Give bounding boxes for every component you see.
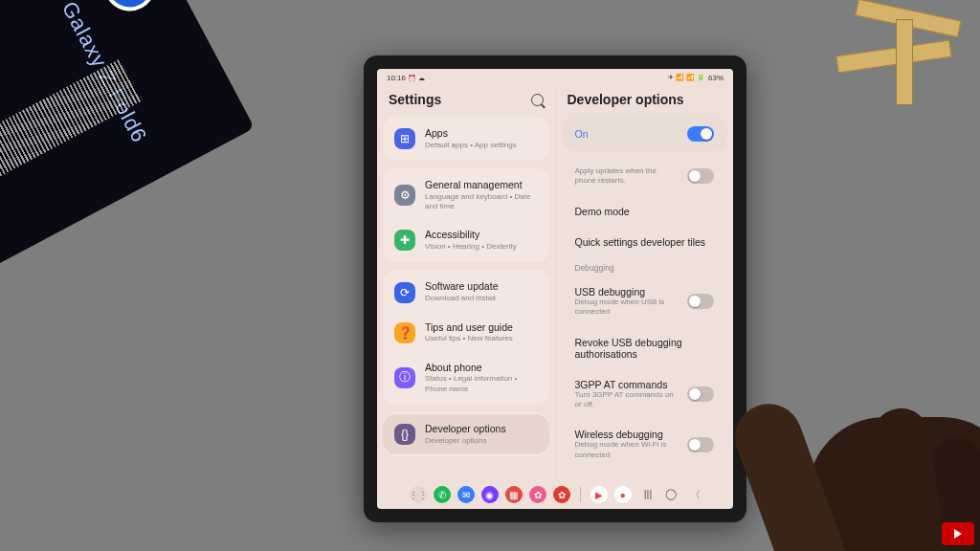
- nav-recents[interactable]: |||: [644, 488, 653, 502]
- device-screen: 10:16 ⏰ ☁ ✈ 📶 📶 🔋 63% Settings ⊞AppsDefa…: [377, 69, 733, 509]
- dev-quick-tiles-title: Quick settings developer tiles: [575, 236, 715, 248]
- nav-home[interactable]: ◯: [665, 488, 677, 502]
- developer-options-pane: Developer options On Apply updates when …: [556, 86, 734, 480]
- settings-item-accessibility[interactable]: ✚AccessibilityVision • Hearing • Dexteri…: [383, 220, 549, 260]
- settings-scroll[interactable]: ⊞AppsDefault apps • App settings⚙General…: [377, 117, 555, 480]
- phone-app-icon[interactable]: ✆: [434, 486, 451, 503]
- developer-options-scroll[interactable]: Apply updates when the phone restarts.De…: [556, 157, 734, 480]
- dev-quick-tiles[interactable]: Quick settings developer tiles: [562, 227, 728, 257]
- messages-app-icon[interactable]: ✉: [457, 486, 475, 503]
- hand-prop: [712, 207, 980, 551]
- settings-item-about-phone-title: About phone: [425, 362, 538, 375]
- gallery-app-icon[interactable]: ✿: [529, 486, 546, 503]
- dev-3gpp-at-toggle[interactable]: [687, 386, 714, 402]
- dev-demo-mode[interactable]: Demo mode: [562, 196, 728, 227]
- product-box-prop: Galaxy Z Fold6: [0, 0, 255, 276]
- dev-revoke-usb[interactable]: Revoke USB debugging authorisations: [562, 327, 728, 369]
- settings-item-tips[interactable]: ❓Tips and user guideUseful tips • New fe…: [383, 313, 549, 353]
- app-icon-red[interactable]: ▦: [505, 486, 523, 503]
- settings-title: Settings: [389, 92, 441, 107]
- settings-item-about-phone-subtitle: Status • Legal information • Phone name: [425, 374, 538, 394]
- dev-master-label: On: [575, 128, 589, 140]
- dev-revoke-usb-title: Revoke USB debugging authorisations: [575, 337, 715, 360]
- settings-item-software-update-title: Software update: [425, 280, 498, 294]
- dev-master-toggle-row[interactable]: On: [562, 117, 728, 151]
- app-icon-flower[interactable]: ✿: [553, 486, 570, 503]
- dev-usb-debugging-subtitle: Debug mode when USB is connected: [575, 298, 679, 318]
- dev-usb-debugging-toggle[interactable]: [687, 294, 714, 309]
- settings-item-general-management-icon: ⚙: [394, 185, 415, 206]
- taskbar-separator: [580, 487, 581, 502]
- dev-wireless-debugging-toggle[interactable]: [687, 437, 714, 452]
- dev-usb-debugging-title: USB debugging: [575, 286, 679, 298]
- status-time: 10:16: [387, 74, 406, 82]
- settings-item-apps-title: Apps: [425, 127, 517, 141]
- play-store-icon[interactable]: ▶: [590, 486, 608, 503]
- dev-wireless-debugging[interactable]: Wireless debuggingDebug mode when Wi-Fi …: [562, 419, 728, 470]
- status-left-icons: ⏰ ☁: [408, 75, 425, 81]
- settings-item-accessibility-icon: ✚: [394, 230, 415, 251]
- wood-prop: [789, 0, 980, 124]
- browser-app-icon[interactable]: ◉: [481, 486, 499, 503]
- settings-item-apps[interactable]: ⊞AppsDefault apps • App settings: [383, 119, 549, 159]
- settings-item-accessibility-subtitle: Vision • Hearing • Dexterity: [425, 242, 517, 252]
- settings-item-general-management-title: General management: [425, 179, 538, 192]
- nav-back[interactable]: 〈: [690, 488, 701, 502]
- settings-item-software-update-subtitle: Download and install: [425, 294, 498, 303]
- dev-demo-mode-title: Demo mode: [575, 206, 715, 217]
- dev-usb-debugging[interactable]: USB debuggingDebug mode when USB is conn…: [562, 276, 728, 327]
- settings-item-accessibility-title: Accessibility: [425, 229, 517, 242]
- settings-item-apps-subtitle: Default apps • App settings: [425, 141, 517, 150]
- settings-item-software-update[interactable]: ⟳Software updateDownload and install: [383, 272, 549, 312]
- settings-item-general-management[interactable]: ⚙General managementLanguage and keyboard…: [383, 170, 549, 220]
- settings-item-developer-options-icon: {}: [394, 424, 415, 445]
- settings-item-about-phone-icon: ⓘ: [394, 367, 415, 388]
- dev-3gpp-at-subtitle: Turn 3GPP AT commands on or off.: [575, 390, 679, 410]
- settings-item-developer-options[interactable]: {}Developer optionsDeveloper options: [383, 414, 549, 454]
- dev-disable-adb-auth[interactable]: Disable adb authorisation: [562, 470, 728, 480]
- taskbar: ⋮⋮✆✉◉▦✿✿ ▶● ||| ◯ 〈: [377, 480, 733, 509]
- settings-item-tips-title: Tips and user guide: [425, 321, 513, 335]
- settings-item-tips-subtitle: Useful tips • New features: [425, 334, 513, 343]
- settings-list-pane: Settings ⊞AppsDefault apps • App setting…: [377, 86, 556, 480]
- status-bar: 10:16 ⏰ ☁ ✈ 📶 📶 🔋 63%: [377, 69, 733, 86]
- settings-item-developer-options-subtitle: Developer options: [425, 436, 506, 446]
- debugging-section-label: Debugging: [562, 257, 728, 276]
- settings-item-tips-icon: ❓: [394, 322, 415, 343]
- apps-drawer-icon[interactable]: ⋮⋮: [410, 486, 427, 503]
- dev-apply-updates-toggle[interactable]: [687, 168, 714, 184]
- developer-options-title: Developer options: [568, 92, 684, 107]
- dev-wireless-debugging-title: Wireless debugging: [575, 429, 679, 440]
- dev-apply-updates-subtitle: Apply updates when the phone restarts.: [575, 166, 679, 187]
- settings-item-software-update-icon: ⟳: [394, 282, 415, 303]
- settings-item-developer-options-title: Developer options: [425, 423, 506, 436]
- dev-3gpp-at-title: 3GPP AT commands: [575, 379, 679, 390]
- product-box-badge: [95, 0, 165, 20]
- dev-master-toggle[interactable]: [687, 126, 714, 142]
- status-right-icons: ✈ 📶 📶 🔋: [668, 74, 705, 81]
- dev-wireless-debugging-subtitle: Debug mode when Wi-Fi is connected: [575, 440, 679, 460]
- search-icon[interactable]: [531, 94, 544, 106]
- foldable-device: 10:16 ⏰ ☁ ✈ 📶 📶 🔋 63% Settings ⊞AppsDefa…: [364, 55, 746, 522]
- navigation-keys: ||| ◯ 〈: [644, 488, 702, 502]
- dev-3gpp-at[interactable]: 3GPP AT commandsTurn 3GPP AT commands on…: [562, 369, 728, 420]
- status-battery: 63%: [708, 74, 724, 82]
- settings-item-apps-icon: ⊞: [394, 128, 415, 149]
- dev-apply-updates[interactable]: Apply updates when the phone restarts.: [562, 157, 728, 196]
- youtube-icon[interactable]: ●: [614, 486, 632, 503]
- youtube-watermark: [942, 522, 974, 545]
- settings-item-about-phone[interactable]: ⓘAbout phoneStatus • Legal information •…: [383, 353, 549, 403]
- settings-item-general-management-subtitle: Language and keyboard • Date and time: [425, 192, 538, 212]
